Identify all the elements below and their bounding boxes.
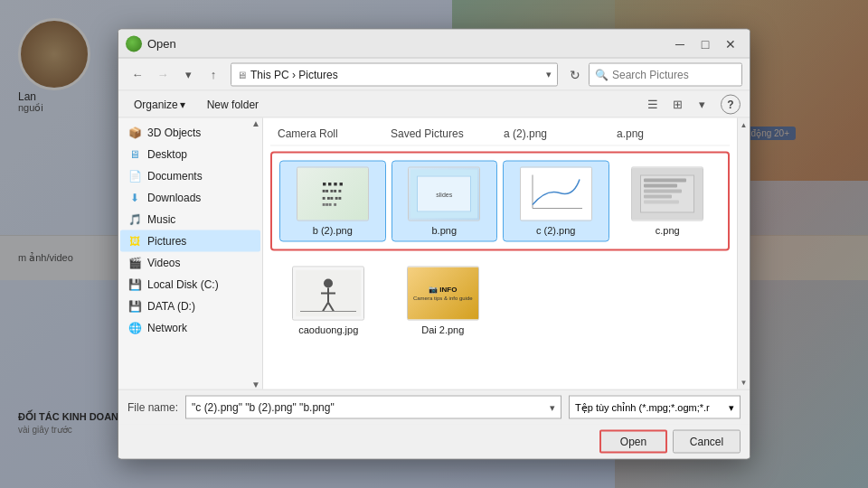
sidebar-item-label: Pictures <box>147 235 186 248</box>
3dobjects-icon: 📦 <box>127 126 142 140</box>
documents-icon: 📄 <box>127 169 142 183</box>
file-item-c2png[interactable]: c (2).png <box>503 161 609 242</box>
file-thumb-c2png <box>520 167 592 221</box>
filename-value: "c (2).png" "b (2).png" "b.png" <box>192 401 335 414</box>
filename-field[interactable]: "c (2).png" "b (2).png" "b.png" ▾ <box>185 396 561 419</box>
file-name-c2png: c (2).png <box>536 225 575 236</box>
filetype-dropdown[interactable]: Tệp tùy chỉnh (*.mpg;*.ogm;*.r ▾ <box>569 396 741 419</box>
datad-icon: 💾 <box>127 299 142 314</box>
filetype-arrow: ▾ <box>729 401 734 413</box>
search-bar: 🔍 <box>589 62 742 86</box>
main-content: ▲ 📦 3D Objects 🖥 Desktop 📄 Documents ⬇ D… <box>118 118 750 389</box>
help-button[interactable]: ? <box>721 94 741 114</box>
forward-button[interactable]: → <box>151 63 175 85</box>
sidebar-item-videos[interactable]: 🎬 Videos <box>120 252 260 274</box>
localdisk-icon: 💾 <box>127 277 142 292</box>
file-thumb-bpng: slides <box>408 167 480 221</box>
list-view-button[interactable]: ☰ <box>641 94 665 114</box>
scroll-down-icon[interactable]: ▼ <box>738 376 750 389</box>
file-item-dai2[interactable]: 📷 INFO Camera tips & info guide Dai 2.pn… <box>389 260 498 342</box>
selection-box: ■ ■ ■ ■ ■■ ■■ ■ ■ ■■ ■■ ■■■ ■ b (2).png <box>270 152 730 251</box>
dialog-title: Open <box>147 37 668 51</box>
desktop-icon: 🖥 <box>127 147 142 162</box>
sidebar-item-3dobjects[interactable]: 📦 3D Objects <box>120 122 260 144</box>
sidebar: ▲ 📦 3D Objects 🖥 Desktop 📄 Documents ⬇ D… <box>118 118 263 389</box>
filetype-value: Tệp tùy chỉnh (*.mpg;*.ogm;*.r <box>575 401 710 413</box>
cancel-button[interactable]: Cancel <box>673 430 741 454</box>
header-a2png[interactable]: a (2).png <box>500 126 613 142</box>
music-icon: 🎵 <box>127 212 142 227</box>
header-apng[interactable]: a.png <box>613 126 726 142</box>
vertical-scrollbar[interactable]: ▲ ▼ <box>737 118 750 389</box>
sidebar-item-label: DATA (D:) <box>147 300 195 313</box>
view-dropdown-button[interactable]: ▾ <box>690 94 713 114</box>
file-name-bpng: b.png <box>431 225 457 236</box>
open-button[interactable]: Open <box>599 430 667 454</box>
videos-icon: 🎬 <box>127 256 142 270</box>
action-toolbar: Organize ▾ New folder ☰ ⊞ ▾ ? <box>118 91 750 118</box>
sidebar-item-label: Network <box>147 322 187 334</box>
address-dropdown-icon[interactable]: ▾ <box>546 69 552 80</box>
grid-view-button[interactable]: ⊞ <box>665 94 689 114</box>
header-saved-pictures[interactable]: Saved Pictures <box>387 126 500 142</box>
open-dialog: Open ─ □ ✕ ← → ▾ ↑ 🖥 This PC › Pictures … <box>118 29 750 460</box>
window-controls: ─ □ ✕ <box>668 33 742 53</box>
dialog-icon <box>126 35 142 52</box>
sidebar-item-label: Documents <box>147 170 203 183</box>
file-item-b2png[interactable]: ■ ■ ■ ■ ■■ ■■ ■ ■ ■■ ■■ ■■■ ■ b (2).png <box>279 161 386 242</box>
pictures-icon: 🖼 <box>127 234 142 249</box>
back-button[interactable]: ← <box>126 63 149 85</box>
up-button[interactable]: ↑ <box>202 63 225 85</box>
svg-point-4 <box>324 279 333 288</box>
file-grid-row2: caoduong.jpg 📷 INFO Camera tips & info g… <box>270 257 730 345</box>
address-bar[interactable]: 🖥 This PC › Pictures ▾ <box>231 62 558 86</box>
sidebar-item-label: Local Disk (C:) <box>147 278 219 291</box>
filename-dropdown-icon[interactable]: ▾ <box>550 401 555 413</box>
sidebar-item-desktop[interactable]: 🖥 Desktop <box>120 144 260 165</box>
maximize-button[interactable]: □ <box>693 33 717 53</box>
sidebar-item-downloads[interactable]: ⬇ Downloads <box>120 187 260 209</box>
address-icon: 🖥 <box>237 69 247 80</box>
organize-button[interactable]: Organize ▾ <box>127 95 192 113</box>
downloads-icon: ⬇ <box>127 191 142 205</box>
address-text: This PC › Pictures <box>250 68 542 80</box>
minimize-button[interactable]: ─ <box>668 33 692 53</box>
file-thumb-caoduong <box>292 267 364 321</box>
filename-label: File name: <box>127 401 178 414</box>
title-bar: Open ─ □ ✕ <box>118 30 750 59</box>
file-area: Camera Roll Saved Pictures a (2).png a.p… <box>263 118 737 389</box>
sidebar-item-pictures[interactable]: 🖼 Pictures <box>120 230 260 252</box>
file-name-caoduong: caoduong.jpg <box>298 324 358 335</box>
recent-button[interactable]: ▾ <box>176 63 200 85</box>
header-camera-roll[interactable]: Camera Roll <box>274 126 387 142</box>
sidebar-item-documents[interactable]: 📄 Documents <box>120 165 260 187</box>
file-headers: Camera Roll Saved Pictures a (2).png a.p… <box>270 126 730 146</box>
sidebar-item-datad[interactable]: 💾 DATA (D:) <box>120 296 260 317</box>
view-options: ☰ ⊞ ▾ <box>641 94 713 114</box>
file-item-caoduong[interactable]: caoduong.jpg <box>274 260 383 342</box>
sidebar-item-label: Desktop <box>147 148 187 161</box>
scroll-up-icon[interactable]: ▲ <box>738 118 750 132</box>
svg-rect-0 <box>524 171 589 218</box>
close-button[interactable]: ✕ <box>719 33 742 53</box>
file-grid: ■ ■ ■ ■ ■■ ■■ ■ ■ ■■ ■■ ■■■ ■ b (2).png <box>276 157 724 246</box>
sidebar-item-label: 3D Objects <box>147 127 201 139</box>
search-input[interactable] <box>612 68 748 80</box>
refresh-button[interactable]: ↻ <box>563 63 587 85</box>
file-item-bpng[interactable]: slides b.png <box>392 161 498 242</box>
sidebar-item-network[interactable]: 🌐 Network <box>120 317 260 339</box>
sidebar-item-label: Videos <box>147 257 180 269</box>
nav-toolbar: ← → ▾ ↑ 🖥 This PC › Pictures ▾ ↻ 🔍 <box>118 59 750 91</box>
sidebar-scroll-up-icon[interactable]: ▲ <box>251 118 260 128</box>
filename-bar: File name: "c (2).png" "b (2).png" "b.pn… <box>118 389 750 425</box>
file-item-cpng[interactable]: c.png <box>615 161 722 242</box>
action-bar: Open Cancel <box>118 425 750 459</box>
sidebar-item-music[interactable]: 🎵 Music <box>120 209 260 230</box>
sidebar-item-label: Music <box>147 213 175 226</box>
file-name-b2png: b (2).png <box>313 225 353 236</box>
new-folder-button[interactable]: New folder <box>199 95 267 113</box>
file-thumb-dai2: 📷 INFO Camera tips & info guide <box>407 267 479 321</box>
sidebar-item-localdisk[interactable]: 💾 Local Disk (C:) <box>120 274 260 296</box>
sidebar-scroll-down-icon[interactable]: ▼ <box>251 380 260 389</box>
network-icon: 🌐 <box>127 321 142 335</box>
